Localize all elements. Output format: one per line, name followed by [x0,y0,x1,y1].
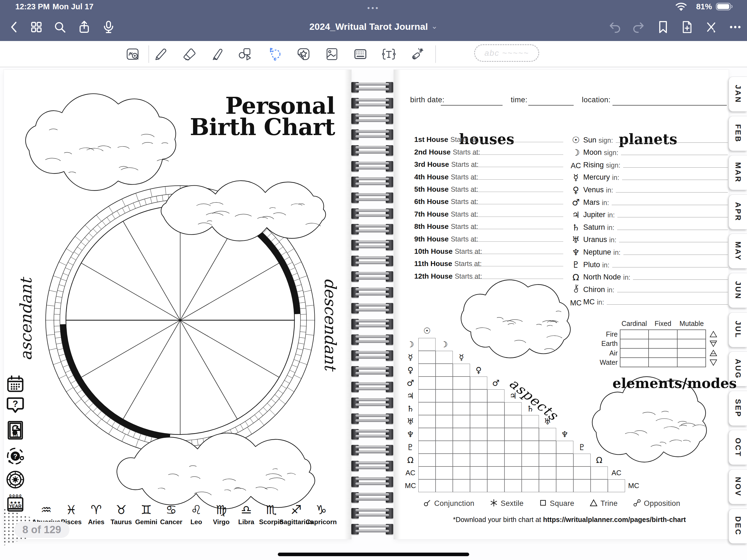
laser-pointer-tool-icon[interactable] [410,47,424,61]
aspect-grid-label: ♀ [470,364,487,377]
chiron-symbol-icon [573,284,579,293]
bookmark-icon[interactable] [656,20,670,34]
house-row: 2nd HouseStarts at: [414,145,563,157]
aspect-cell [436,428,453,441]
aspect-grid-label: ♆ [556,428,573,441]
month-tab[interactable]: FEB [729,116,747,151]
planet-row: ☉ Sun sign: [570,133,728,145]
zoom-writing-tool-icon[interactable] [126,47,140,61]
opposition-icon [633,499,641,508]
add-page-icon[interactable] [680,20,694,34]
planet-name: North Node [583,273,621,282]
aspect-cell [453,402,470,415]
planet-symbol-icon [570,284,582,295]
zodiac-item: ♌ Leo [185,504,208,526]
column-header: Mutable [677,320,706,328]
planet-fill-line [612,267,728,268]
document-title-menu[interactable]: 2024_Writual Tarot Journal⌄ [310,21,438,32]
more-options-icon[interactable] [728,20,742,34]
documents-grid-icon[interactable] [29,20,43,34]
text-tool-icon[interactable] [382,47,396,61]
planet-suffix: in: [602,199,609,207]
help-page-icon[interactable]: ? [5,395,25,414]
aspect-cell [505,466,522,479]
aspect-cell [470,428,487,441]
planet-row: ☿ Mercury in: [570,170,728,183]
zodiac-wheel-page-icon[interactable] [5,470,25,489]
home-indicator[interactable] [278,553,469,556]
share-icon[interactable] [77,20,91,34]
aspect-grid-label: AC [404,466,417,479]
month-tab[interactable]: JUL [729,312,747,347]
trine-icon [590,499,598,508]
aspect-cell [522,466,539,479]
month-tab[interactable]: APR [729,195,747,229]
month-tab[interactable]: SEP [729,391,747,426]
planet-name: Venus [583,186,604,195]
image-tool-icon[interactable] [325,47,339,61]
navigation-bar: 2024_Writual Tarot Journal⌄ [0,13,747,41]
planet-row: AC Rising sign: [570,157,728,170]
planet-row: MC MC in: [570,295,728,307]
lasso-tool-icon[interactable] [268,47,282,61]
keyboard-tool-icon[interactable] [353,47,367,61]
legend-item: Sextile [490,499,524,508]
spiral-binding-loop [351,271,394,282]
spiral-binding-loop [351,176,394,187]
house-fill-line [472,266,563,266]
shapes-tool-icon[interactable] [238,47,252,61]
air-element-icon [710,348,718,358]
month-tab[interactable]: NOV [729,469,747,504]
planet-symbol-icon: ♂ [570,198,582,207]
highlighter-tool-icon[interactable] [211,47,225,61]
zodiac-item: ♍ Virgo [209,504,233,526]
calendar-page-icon[interactable] [5,374,25,394]
tarot-card-page-icon[interactable]: VII [5,420,25,440]
search-icon[interactable] [53,20,67,34]
sticker-tool-icon[interactable] [297,47,311,61]
status-bar: 12:23 PM Mon Jul 17 ••• 81% [0,0,747,13]
handwriting-convert-field[interactable]: abc ~~~~~ [474,44,539,62]
aspect-cell [418,466,436,479]
aspect-cell [470,415,487,428]
birth-date-label: birth date: [410,96,445,104]
month-tab[interactable]: JAN [729,77,747,111]
close-annotation-icon[interactable] [704,20,718,34]
back-icon[interactable] [8,20,21,34]
undo-icon[interactable] [608,20,622,34]
planet-fill-line [621,155,728,155]
month-tab[interactable]: MAY [729,233,747,269]
aspect-cell [436,351,453,364]
legend-item: Conjunction [423,499,474,508]
month-tab[interactable]: JUN [729,273,747,308]
house-row: 9th HouseStarts at: [414,232,563,244]
aspect-cell [487,415,505,428]
pen-tool-icon[interactable] [153,47,168,61]
month-tab[interactable]: MAR [729,155,747,190]
month-tab-label: FEB [733,124,742,143]
astrology-help-page-icon[interactable]: ? [5,446,25,466]
aspect-grid-label: ♀ [404,364,417,377]
download-url[interactable]: https://writualplanner.com/pages/birth-c… [543,516,686,524]
house-name: 7th House [414,210,449,218]
house-fill-line [472,279,563,279]
aspect-cell [470,479,487,492]
spiral-binding-loop [351,287,394,298]
aspect-grid-label: ☿ [453,351,470,364]
date: Mon Jul 17 [52,2,94,11]
aspect-grid-label: AC [608,466,625,479]
column-header: Fixed [649,320,677,328]
eraser-tool-icon[interactable] [182,47,196,61]
planet-suffix: in: [613,249,620,257]
house-name: 3rd House [414,160,449,169]
redo-icon[interactable] [632,20,645,34]
aspect-cell [453,415,470,428]
zodiac-item: ♎ Libra [235,504,258,526]
zodiac-sign-icon: ♍ [216,504,227,516]
microphone-icon[interactable] [102,20,115,34]
square-icon [539,499,547,508]
month-tab[interactable]: DEC [729,509,747,543]
month-tab[interactable]: OCT [729,430,747,465]
spiral-binding-loop [351,82,394,93]
aspect-cell [418,428,436,441]
